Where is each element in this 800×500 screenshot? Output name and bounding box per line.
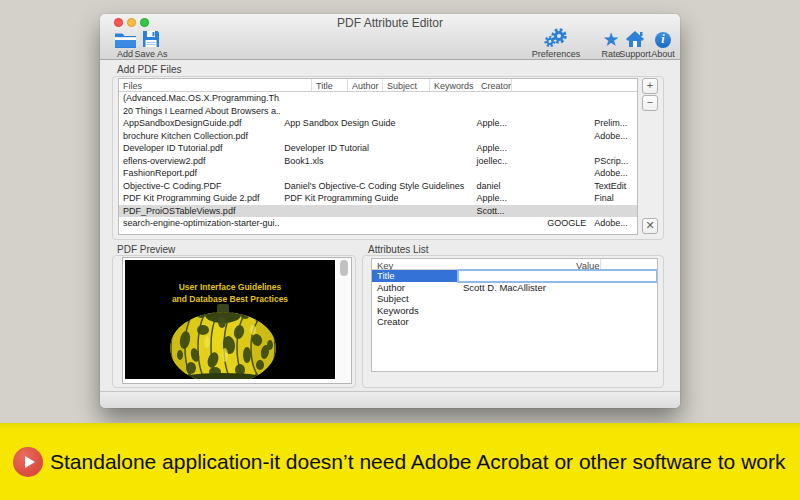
cell-creator: TextEdit [590,180,637,193]
cell-keywords [543,155,590,168]
cell-author: Apple... [473,117,509,130]
cell-creator: PScrip... [590,155,637,168]
cell-creator: Adobe... [590,130,637,143]
cell-keywords [543,167,590,180]
info-icon: i [636,29,690,48]
files-table-header[interactable]: FilesTitleAuthorSubjectKeywordsCreator [119,79,637,92]
cell-title: Book1.xls [280,155,472,168]
table-row[interactable]: Objective-C Coding.PDF Daniel's Objectiv… [119,180,637,193]
cell-title [280,217,472,230]
title-bar[interactable]: PDF Attribute Editor [100,14,680,29]
cell-creator: Adobe... [590,167,637,180]
cell-subject [508,155,543,168]
attribute-row[interactable]: Author Scott D. MacAllister [372,282,657,294]
column-header[interactable]: Value [571,259,601,269]
remove-file-button[interactable]: − [642,95,658,111]
cell-author [473,217,509,230]
play-button[interactable] [13,447,43,477]
column-header[interactable]: Key [372,259,571,269]
cell-files: AppSandboxDesignGuide.pdf [119,117,280,130]
table-row[interactable]: 20 Things I Learned About Browsers a... [119,105,637,118]
attribute-key[interactable]: Creator [372,316,458,328]
cell-keywords [543,92,590,105]
table-row[interactable]: AppSandboxDesignGuide.pdf App Sandbox De… [119,117,637,130]
cell-keywords: GOOGLE [543,217,590,230]
attribute-value-field[interactable] [458,316,657,328]
table-row[interactable]: FashionReport.pdf Adobe... [119,167,637,180]
preview-scrollbar[interactable] [336,258,350,383]
about-button[interactable]: i About [636,29,690,59]
cell-files: brochure Kitchen Collection.pdf [119,130,280,143]
column-header[interactable]: Keywords [430,79,477,91]
cell-title [280,105,472,118]
gears-icon [529,29,583,48]
attribute-row[interactable]: Title [372,270,657,282]
cell-files: (Advanced.Mac.OS.X.Programming.Th... [119,92,280,105]
preview-section-label: PDF Preview [117,244,175,255]
cell-author: joellec... [473,155,509,168]
cell-title [280,167,472,180]
cell-subject [508,167,543,180]
preferences-button[interactable]: Preferences [529,29,583,59]
cell-author: Apple... [473,142,509,155]
marketing-banner: Standalone application-it doesn’t need A… [0,423,800,500]
pdf-preview-area[interactable]: User Interface Guidelines and Database B… [122,257,352,384]
attribute-row[interactable]: Creator [372,316,657,328]
cell-files: PDF_ProiOSTableViews.pdf [119,205,280,218]
cell-files: eflens-overview2.pdf [119,155,280,168]
cell-title: Daniel's Objective-C Coding Style Guidel… [280,180,472,193]
cell-subject [508,192,543,205]
cell-creator [590,205,637,218]
attributes-table-header[interactable]: KeyValue [372,259,657,270]
attribute-key[interactable]: Subject [372,293,458,305]
cell-author: Scott... [473,205,509,218]
save-as-label: Save As [124,49,178,59]
attribute-row[interactable]: Keywords [372,305,657,317]
attribute-key[interactable]: Keywords [372,305,458,317]
window-footer [100,391,680,408]
column-header[interactable]: Subject [383,79,430,91]
column-header[interactable]: Files [119,79,312,91]
cell-creator: Adobe... [590,217,637,230]
cell-subject [508,205,543,218]
cell-author [473,105,509,118]
cell-title: App Sandbox Design Guide [280,117,472,130]
attribute-key[interactable]: Author [372,282,458,294]
attribute-row[interactable]: Subject [372,293,657,305]
table-row[interactable]: (Advanced.Mac.OS.X.Programming.Th... [119,92,637,105]
table-row[interactable]: PDF_ProiOSTableViews.pdf Scott... [119,205,637,218]
cell-author [473,167,509,180]
cell-files: Objective-C Coding.PDF [119,180,280,193]
attribute-value-field[interactable] [458,293,657,305]
cell-keywords [543,180,590,193]
column-header[interactable]: Creator [477,79,512,91]
play-icon [25,456,35,468]
cover-title-line2: and Database Best Practices [172,294,288,304]
column-header[interactable]: Title [312,79,348,91]
table-row[interactable]: PDF Kit Programming Guide 2.pdf PDF Kit … [119,192,637,205]
attribute-value-field[interactable] [458,270,657,282]
cell-files: PDF Kit Programming Guide 2.pdf [119,192,280,205]
table-row[interactable]: eflens-overview2.pdf Book1.xls joellec..… [119,155,637,168]
attribute-value-field[interactable]: Scott D. MacAllister [458,282,657,294]
attribute-key[interactable]: Title [372,270,458,282]
cell-files: 20 Things I Learned About Browsers a... [119,105,280,118]
save-as-button[interactable]: Save As [124,29,178,59]
app-window: PDF Attribute Editor Add [100,14,680,408]
cell-title: Developer ID Tutorial [280,142,472,155]
cell-keywords [543,130,590,143]
column-header[interactable]: Author [348,79,383,91]
table-row[interactable]: search-engine-optimization-starter-gui..… [119,217,637,230]
cell-subject [508,142,543,155]
clear-list-button[interactable]: ✕ [642,218,658,234]
table-row[interactable]: brochure Kitchen Collection.pdf Adobe... [119,130,637,143]
attributes-table[interactable]: KeyValue Title Author Scott D. MacAllist… [371,258,658,372]
add-file-button[interactable]: + [642,78,658,94]
attribute-value-field[interactable] [458,305,657,317]
cell-title [280,130,472,143]
cell-author [473,130,509,143]
files-table[interactable]: FilesTitleAuthorSubjectKeywordsCreator (… [118,78,638,235]
table-row[interactable]: Developer ID Tutorial.pdf Developer ID T… [119,142,637,155]
preview-scrollbar-thumb[interactable] [340,260,348,276]
cell-author: Apple... [473,192,509,205]
